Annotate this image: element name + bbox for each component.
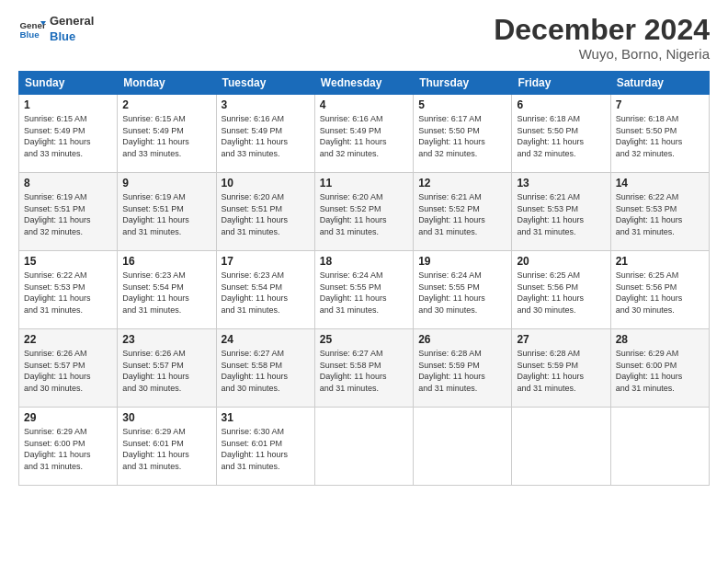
day-cell-9: 9Sunrise: 6:19 AMSunset: 5:51 PMDaylight… bbox=[118, 173, 216, 251]
day-number: 23 bbox=[122, 333, 210, 346]
day-info: Sunrise: 6:25 AMSunset: 5:56 PMDaylight:… bbox=[616, 270, 704, 316]
weekday-header-sunday: Sunday bbox=[19, 72, 118, 95]
day-info: Sunrise: 6:21 AMSunset: 5:53 PMDaylight:… bbox=[517, 191, 605, 237]
header: General Blue General Blue December 2024 … bbox=[18, 14, 710, 62]
day-info: Sunrise: 6:23 AMSunset: 5:54 PMDaylight:… bbox=[222, 270, 310, 316]
day-info: Sunrise: 6:22 AMSunset: 5:53 PMDaylight:… bbox=[24, 270, 112, 316]
day-info: Sunrise: 6:19 AMSunset: 5:51 PMDaylight:… bbox=[24, 191, 112, 237]
day-cell-26: 26Sunrise: 6:28 AMSunset: 5:59 PMDayligh… bbox=[414, 329, 512, 408]
day-info: Sunrise: 6:23 AMSunset: 5:54 PMDaylight:… bbox=[122, 270, 210, 316]
day-number: 5 bbox=[418, 98, 506, 111]
day-number: 21 bbox=[616, 255, 704, 268]
day-number: 24 bbox=[222, 333, 310, 346]
day-info: Sunrise: 6:29 AMSunset: 6:00 PMDaylight:… bbox=[616, 348, 704, 394]
weekday-header-row: SundayMondayTuesdayWednesdayThursdayFrid… bbox=[19, 72, 710, 95]
day-number: 11 bbox=[320, 177, 408, 190]
day-number: 31 bbox=[222, 411, 310, 424]
day-cell-25: 25Sunrise: 6:27 AMSunset: 5:58 PMDayligh… bbox=[314, 329, 413, 408]
day-cell-20: 20Sunrise: 6:25 AMSunset: 5:56 PMDayligh… bbox=[512, 251, 610, 329]
logo-icon: General Blue bbox=[18, 16, 46, 43]
day-cell-29: 29Sunrise: 6:29 AMSunset: 6:00 PMDayligh… bbox=[19, 408, 118, 486]
day-cell-12: 12Sunrise: 6:21 AMSunset: 5:52 PMDayligh… bbox=[414, 173, 512, 251]
day-info: Sunrise: 6:27 AMSunset: 5:58 PMDaylight:… bbox=[320, 348, 408, 394]
day-number: 7 bbox=[616, 98, 704, 111]
day-number: 13 bbox=[517, 177, 605, 190]
logo-blue: Blue bbox=[50, 29, 94, 45]
weekday-header-thursday: Thursday bbox=[414, 72, 512, 95]
day-number: 10 bbox=[222, 177, 310, 190]
location-subtitle: Wuyo, Borno, Nigeria bbox=[494, 46, 710, 62]
day-number: 15 bbox=[24, 255, 112, 268]
day-cell-31: 31Sunrise: 6:30 AMSunset: 6:01 PMDayligh… bbox=[216, 408, 314, 486]
title-block: December 2024 Wuyo, Borno, Nigeria bbox=[494, 14, 710, 62]
logo-general: General bbox=[50, 14, 94, 29]
day-info: Sunrise: 6:22 AMSunset: 5:53 PMDaylight:… bbox=[616, 191, 704, 237]
weekday-header-saturday: Saturday bbox=[610, 72, 709, 95]
day-number: 28 bbox=[616, 333, 704, 346]
calendar-table: SundayMondayTuesdayWednesdayThursdayFrid… bbox=[18, 71, 710, 486]
day-cell-6: 6Sunrise: 6:18 AMSunset: 5:50 PMDaylight… bbox=[512, 95, 610, 173]
weekday-header-tuesday: Tuesday bbox=[216, 72, 314, 95]
day-cell-15: 15Sunrise: 6:22 AMSunset: 5:53 PMDayligh… bbox=[19, 251, 118, 329]
day-cell-16: 16Sunrise: 6:23 AMSunset: 5:54 PMDayligh… bbox=[118, 251, 216, 329]
day-cell-11: 11Sunrise: 6:20 AMSunset: 5:52 PMDayligh… bbox=[314, 173, 413, 251]
week-row-3: 15Sunrise: 6:22 AMSunset: 5:53 PMDayligh… bbox=[19, 251, 710, 329]
day-cell-28: 28Sunrise: 6:29 AMSunset: 6:00 PMDayligh… bbox=[610, 329, 709, 408]
day-info: Sunrise: 6:17 AMSunset: 5:50 PMDaylight:… bbox=[418, 113, 506, 159]
day-cell-18: 18Sunrise: 6:24 AMSunset: 5:55 PMDayligh… bbox=[314, 251, 413, 329]
day-info: Sunrise: 6:18 AMSunset: 5:50 PMDaylight:… bbox=[616, 113, 704, 159]
day-info: Sunrise: 6:16 AMSunset: 5:49 PMDaylight:… bbox=[320, 113, 408, 159]
day-cell-21: 21Sunrise: 6:25 AMSunset: 5:56 PMDayligh… bbox=[610, 251, 709, 329]
day-number: 26 bbox=[418, 333, 506, 346]
logo: General Blue General Blue bbox=[18, 14, 94, 45]
day-number: 27 bbox=[517, 333, 605, 346]
day-cell-24: 24Sunrise: 6:27 AMSunset: 5:58 PMDayligh… bbox=[216, 329, 314, 408]
week-row-2: 8Sunrise: 6:19 AMSunset: 5:51 PMDaylight… bbox=[19, 173, 710, 251]
day-number: 16 bbox=[122, 255, 210, 268]
day-cell-23: 23Sunrise: 6:26 AMSunset: 5:57 PMDayligh… bbox=[118, 329, 216, 408]
day-number: 18 bbox=[320, 255, 408, 268]
day-info: Sunrise: 6:18 AMSunset: 5:50 PMDaylight:… bbox=[517, 113, 605, 159]
day-number: 1 bbox=[24, 98, 112, 111]
calendar-body: 1Sunrise: 6:15 AMSunset: 5:49 PMDaylight… bbox=[19, 95, 710, 486]
day-info: Sunrise: 6:29 AMSunset: 6:00 PMDaylight:… bbox=[24, 426, 112, 472]
day-cell-4: 4Sunrise: 6:16 AMSunset: 5:49 PMDaylight… bbox=[314, 95, 413, 173]
day-cell-8: 8Sunrise: 6:19 AMSunset: 5:51 PMDaylight… bbox=[19, 173, 118, 251]
empty-cell bbox=[314, 408, 413, 486]
svg-text:Blue: Blue bbox=[20, 29, 40, 40]
month-title: December 2024 bbox=[494, 14, 710, 46]
day-info: Sunrise: 6:15 AMSunset: 5:49 PMDaylight:… bbox=[122, 113, 210, 159]
day-cell-7: 7Sunrise: 6:18 AMSunset: 5:50 PMDaylight… bbox=[610, 95, 709, 173]
weekday-header-friday: Friday bbox=[512, 72, 610, 95]
day-number: 9 bbox=[122, 177, 210, 190]
week-row-5: 29Sunrise: 6:29 AMSunset: 6:00 PMDayligh… bbox=[19, 408, 710, 486]
day-cell-14: 14Sunrise: 6:22 AMSunset: 5:53 PMDayligh… bbox=[610, 173, 709, 251]
weekday-header-wednesday: Wednesday bbox=[314, 72, 413, 95]
day-cell-19: 19Sunrise: 6:24 AMSunset: 5:55 PMDayligh… bbox=[414, 251, 512, 329]
day-cell-27: 27Sunrise: 6:28 AMSunset: 5:59 PMDayligh… bbox=[512, 329, 610, 408]
day-cell-30: 30Sunrise: 6:29 AMSunset: 6:01 PMDayligh… bbox=[118, 408, 216, 486]
day-number: 3 bbox=[222, 98, 310, 111]
day-info: Sunrise: 6:15 AMSunset: 5:49 PMDaylight:… bbox=[24, 113, 112, 159]
day-info: Sunrise: 6:25 AMSunset: 5:56 PMDaylight:… bbox=[517, 270, 605, 316]
day-info: Sunrise: 6:24 AMSunset: 5:55 PMDaylight:… bbox=[418, 270, 506, 316]
day-number: 6 bbox=[517, 98, 605, 111]
day-number: 22 bbox=[24, 333, 112, 346]
empty-cell bbox=[512, 408, 610, 486]
weekday-header-monday: Monday bbox=[118, 72, 216, 95]
day-number: 14 bbox=[616, 177, 704, 190]
day-number: 30 bbox=[122, 411, 210, 424]
day-info: Sunrise: 6:20 AMSunset: 5:52 PMDaylight:… bbox=[320, 191, 408, 237]
day-cell-22: 22Sunrise: 6:26 AMSunset: 5:57 PMDayligh… bbox=[19, 329, 118, 408]
day-info: Sunrise: 6:26 AMSunset: 5:57 PMDaylight:… bbox=[122, 348, 210, 394]
day-info: Sunrise: 6:21 AMSunset: 5:52 PMDaylight:… bbox=[418, 191, 506, 237]
day-info: Sunrise: 6:16 AMSunset: 5:49 PMDaylight:… bbox=[222, 113, 310, 159]
day-info: Sunrise: 6:29 AMSunset: 6:01 PMDaylight:… bbox=[122, 426, 210, 472]
week-row-4: 22Sunrise: 6:26 AMSunset: 5:57 PMDayligh… bbox=[19, 329, 710, 408]
day-info: Sunrise: 6:20 AMSunset: 5:51 PMDaylight:… bbox=[222, 191, 310, 237]
day-cell-1: 1Sunrise: 6:15 AMSunset: 5:49 PMDaylight… bbox=[19, 95, 118, 173]
day-number: 20 bbox=[517, 255, 605, 268]
week-row-1: 1Sunrise: 6:15 AMSunset: 5:49 PMDaylight… bbox=[19, 95, 710, 173]
day-number: 19 bbox=[418, 255, 506, 268]
day-number: 12 bbox=[418, 177, 506, 190]
